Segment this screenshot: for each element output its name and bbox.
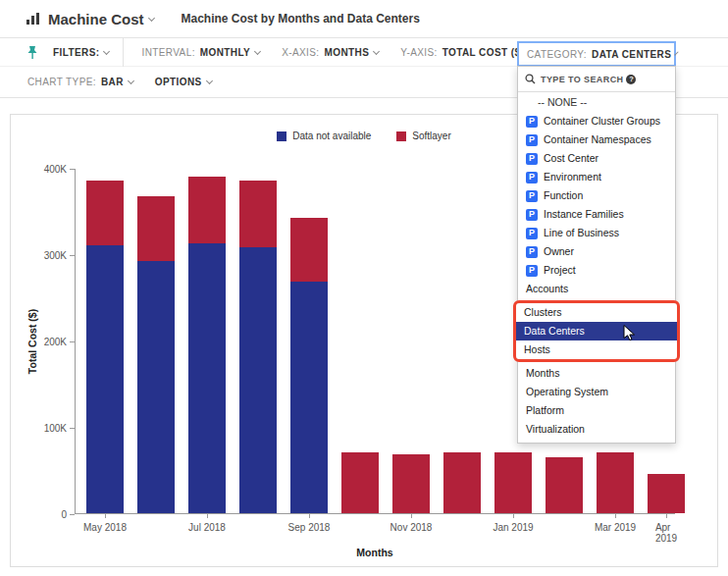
option-label: Owner xyxy=(544,242,574,261)
y-tick-label: 200K xyxy=(44,337,67,347)
category-option[interactable]: Hosts xyxy=(516,340,677,359)
bar-segment[interactable] xyxy=(137,196,175,261)
legend-label: Softlayer xyxy=(412,131,450,141)
help-icon[interactable]: ? xyxy=(626,75,636,84)
legend-item[interactable]: Softlayer xyxy=(396,131,450,141)
y-tick-mark xyxy=(70,428,75,429)
bar-segment[interactable] xyxy=(341,452,379,513)
bar-segment[interactable] xyxy=(239,181,277,247)
chevron-down-icon xyxy=(206,78,213,84)
category-value[interactable]: DATA CENTERS xyxy=(592,49,671,60)
annotation-highlight-box: Clusters Data Centers Hosts xyxy=(513,300,680,362)
x-tick-mark xyxy=(513,514,514,518)
x-tick-mark xyxy=(615,514,616,518)
bar-segment[interactable] xyxy=(392,454,430,513)
options-control[interactable]: OPTIONS xyxy=(155,77,212,87)
bar-segment[interactable] xyxy=(239,247,277,513)
option-label: Container Cluster Groups xyxy=(544,112,660,131)
interval-label: INTERVAL: xyxy=(141,47,194,58)
chart-type-value[interactable]: BAR xyxy=(101,77,124,87)
category-option[interactable]: Operating System xyxy=(518,383,675,401)
bar-segment[interactable] xyxy=(86,181,124,245)
x-tick-label: Jul 2018 xyxy=(188,522,226,533)
option-label: Accounts xyxy=(526,280,568,298)
x-axis-label: X-AXIS: xyxy=(282,47,319,58)
toolbar-primary: FILTERS: INTERVAL: MONTHLY X-AXIS: MONTH… xyxy=(0,37,728,67)
legend-swatch xyxy=(277,131,286,141)
category-option[interactable]: P Project xyxy=(518,261,675,280)
bar-segment[interactable] xyxy=(546,457,583,513)
legend-item[interactable]: Data not available xyxy=(277,131,371,141)
category-option[interactable]: P Instance Families xyxy=(518,205,675,224)
y-axis-value[interactable]: TOTAL COST ($) xyxy=(442,47,524,58)
report-subtitle: Machine Cost by Months and Data Centers xyxy=(182,12,420,26)
category-option[interactable]: Months xyxy=(518,364,675,383)
option-label: Project xyxy=(544,261,576,280)
pin-icon[interactable] xyxy=(26,45,39,60)
dropdown-search-input[interactable]: TYPE TO SEARCH ? xyxy=(518,67,675,92)
bar-segment[interactable] xyxy=(188,243,226,513)
category-option-selected[interactable]: Data Centers xyxy=(516,322,677,340)
x-axis-control[interactable]: X-AXIS: MONTHS xyxy=(282,47,379,58)
category-option[interactable]: Accounts xyxy=(518,280,675,298)
interval-control[interactable]: INTERVAL: MONTHLY xyxy=(141,47,260,58)
y-axis-label: Y-AXIS: xyxy=(400,47,437,58)
bar-segment[interactable] xyxy=(290,282,328,513)
bar-segment[interactable] xyxy=(648,474,685,513)
bar-segment[interactable] xyxy=(443,452,481,513)
options-label[interactable]: OPTIONS xyxy=(155,77,202,87)
x-axis-value[interactable]: MONTHS xyxy=(325,47,370,58)
option-label: Virtualization xyxy=(526,420,585,439)
toolbar-divider xyxy=(123,38,124,67)
category-option[interactable]: Platform xyxy=(518,401,675,420)
y-tick-label: 400K xyxy=(44,164,67,175)
bar-segment[interactable] xyxy=(290,218,328,282)
x-tick-mark xyxy=(666,514,667,518)
x-tick-mark xyxy=(411,514,412,518)
chevron-down-icon xyxy=(254,47,261,54)
option-label: Platform xyxy=(526,401,564,420)
chevron-down-icon xyxy=(128,78,134,84)
category-option[interactable]: P Owner xyxy=(518,242,675,261)
y-tick-label: 100K xyxy=(44,423,67,434)
category-option[interactable]: Clusters xyxy=(516,303,677,322)
property-icon: P xyxy=(526,134,538,146)
filters-control[interactable]: FILTERS: xyxy=(53,47,109,58)
bar-segment[interactable] xyxy=(137,261,175,513)
category-option[interactable]: P Container Namespaces xyxy=(518,131,675,149)
category-option[interactable]: P Cost Center xyxy=(518,149,675,168)
interval-value[interactable]: MONTHLY xyxy=(200,47,250,58)
option-label: Cost Center xyxy=(544,149,598,168)
bar-segment[interactable] xyxy=(494,452,532,513)
property-icon: P xyxy=(526,153,538,165)
option-label: Line of Business xyxy=(544,224,619,242)
y-axis-control[interactable]: Y-AXIS: TOTAL COST ($) xyxy=(400,47,534,58)
category-option[interactable]: P Line of Business xyxy=(518,224,675,242)
category-option[interactable]: P Function xyxy=(518,186,675,205)
property-icon: P xyxy=(526,209,538,221)
property-icon: P xyxy=(526,228,538,239)
chart-type-label: CHART TYPE: xyxy=(27,77,96,87)
filters-label[interactable]: FILTERS: xyxy=(53,47,99,58)
mouse-cursor-icon xyxy=(623,325,636,346)
bar-chart-icon xyxy=(26,12,40,26)
option-label: Function xyxy=(544,186,583,205)
category-option[interactable]: P Container Cluster Groups xyxy=(518,112,675,131)
category-option-none[interactable]: -- NONE -- xyxy=(518,92,675,112)
property-icon: P xyxy=(526,190,538,202)
bar-segment[interactable] xyxy=(188,177,226,243)
option-label: Clusters xyxy=(524,303,562,322)
option-label: Environment xyxy=(544,168,601,186)
report-title-dropdown[interactable]: Machine Cost xyxy=(48,11,144,27)
bar-segment[interactable] xyxy=(597,452,634,513)
x-axis-title: Months xyxy=(356,547,392,558)
bar-segment[interactable] xyxy=(86,245,124,513)
y-tick-mark xyxy=(70,341,75,342)
y-tick-mark xyxy=(70,255,75,256)
category-option[interactable]: P Environment xyxy=(518,168,675,186)
chart-type-control[interactable]: CHART TYPE: BAR xyxy=(27,77,133,87)
category-option[interactable]: Virtualization xyxy=(518,420,675,439)
x-tick-label: Jan 2019 xyxy=(493,522,533,533)
y-tick-label: 300K xyxy=(44,250,67,261)
category-control[interactable]: CATEGORY: DATA CENTERS xyxy=(517,41,676,67)
